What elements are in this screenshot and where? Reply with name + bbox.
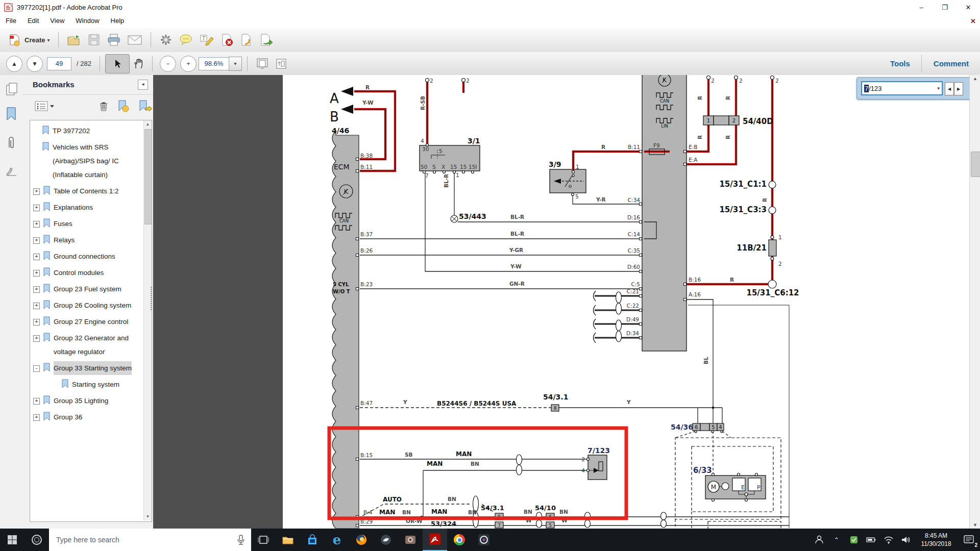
- hand-tool-button[interactable]: [130, 55, 147, 73]
- zoom-dropdown-button[interactable]: ▾: [229, 57, 242, 71]
- bookmark-expander[interactable]: +: [33, 188, 40, 195]
- bookmark-expander[interactable]: +: [33, 303, 40, 309]
- fit-page-button[interactable]: [272, 55, 290, 73]
- bookmark-item[interactable]: +Table of Contents 1:2: [30, 184, 141, 200]
- comment-bubble-button[interactable]: [176, 31, 196, 49]
- bookmark-item[interactable]: +Explanations: [30, 200, 141, 216]
- zoom-level-input[interactable]: 98.6%: [199, 57, 229, 70]
- bookmark-item[interactable]: -Group 33 Starting system: [30, 361, 141, 377]
- bookmark-item[interactable]: +Ground connections: [30, 249, 141, 265]
- select-tool-button[interactable]: [105, 54, 130, 73]
- bookmark-item[interactable]: +Group 36: [30, 410, 141, 426]
- open-file-button[interactable]: [64, 31, 84, 49]
- volume-icon[interactable]: [897, 529, 915, 551]
- bookmark-item[interactable]: +Group 23 Fuel system: [30, 282, 141, 298]
- menu-file[interactable]: File: [0, 14, 22, 28]
- pinned-app-dark-circle-button[interactable]: [374, 529, 398, 551]
- attachments-icon[interactable]: [5, 135, 18, 148]
- pinned-app-brown-button[interactable]: [398, 529, 423, 551]
- scroll-up-icon[interactable]: ▲: [144, 120, 152, 128]
- bookmark-expander[interactable]: +: [33, 414, 40, 421]
- media-player-button[interactable]: [472, 529, 496, 551]
- bookmark-item[interactable]: +Control modules: [30, 265, 141, 282]
- bookmark-expander[interactable]: +: [33, 237, 40, 244]
- bookmark-expander[interactable]: -: [33, 365, 40, 372]
- bookmark-expander[interactable]: +: [33, 205, 40, 211]
- menu-edit[interactable]: Edit: [22, 14, 44, 28]
- maximize-button[interactable]: ❐: [933, 0, 957, 14]
- action-center-button[interactable]: 2: [958, 529, 980, 551]
- taskbar-clock[interactable]: 8:45 AM 11/30/2018: [915, 532, 958, 548]
- delete-page-button[interactable]: [217, 31, 237, 49]
- bookmark-item[interactable]: +Group 32 Generator and voltage regulato…: [30, 331, 141, 361]
- email-button[interactable]: [124, 31, 145, 49]
- firefox-button[interactable]: [349, 529, 374, 551]
- bookmarks-scrollbar[interactable]: ▲ ▼: [143, 120, 152, 520]
- find-input[interactable]: 7/123 ▾: [861, 81, 943, 95]
- bookmark-item[interactable]: Vehicles with SRS (Airbag)/SIPS bag/ IC …: [30, 140, 141, 184]
- bookmarks-scroll-thumb[interactable]: [144, 129, 152, 224]
- collapse-panel-button[interactable]: ◂: [138, 80, 148, 90]
- bookmark-expander[interactable]: +: [33, 335, 40, 342]
- microphone-icon[interactable]: [237, 534, 245, 547]
- scroll-up-icon[interactable]: ▲: [970, 76, 980, 81]
- sign-button[interactable]: T: [196, 31, 217, 49]
- bookmark-options-button[interactable]: [35, 99, 55, 113]
- bookmark-expander[interactable]: +: [33, 254, 40, 260]
- chrome-button[interactable]: [447, 529, 472, 551]
- bookmark-item[interactable]: +Group 27 Engine control: [30, 314, 141, 331]
- close-document-icon[interactable]: ✕: [970, 17, 976, 25]
- bookmark-item[interactable]: +Group 35 Lighting: [30, 393, 141, 410]
- green-status-icon[interactable]: [845, 529, 863, 551]
- acrobat-taskbar-button[interactable]: [423, 529, 447, 551]
- battery-icon[interactable]: [863, 529, 880, 551]
- bookmark-goto-button[interactable]: [138, 99, 151, 113]
- file-explorer-button[interactable]: [276, 529, 300, 551]
- people-icon[interactable]: [811, 529, 828, 551]
- zoom-in-button[interactable]: +: [180, 56, 197, 72]
- scroll-down-icon[interactable]: ▼: [144, 513, 152, 520]
- comment-button[interactable]: Comment: [934, 59, 969, 68]
- save-button[interactable]: [84, 31, 104, 49]
- minimize-button[interactable]: –: [910, 0, 933, 14]
- cortana-button[interactable]: [24, 529, 49, 551]
- find-next-button[interactable]: ▶: [954, 82, 963, 95]
- bookmark-expander[interactable]: +: [33, 286, 40, 293]
- bookmark-expander[interactable]: +: [33, 398, 40, 405]
- menu-window[interactable]: Window: [70, 14, 105, 28]
- bookmarks-panel-icon[interactable]: [5, 107, 18, 120]
- store-button[interactable]: [300, 529, 325, 551]
- document-scrollbar[interactable]: ▲ ▼: [969, 75, 980, 529]
- start-button[interactable]: [0, 529, 24, 551]
- bookmark-item[interactable]: +Group 26 Cooling system: [30, 298, 141, 314]
- bookmark-item[interactable]: Starting system: [30, 377, 141, 393]
- show-hidden-icons-chevron[interactable]: ⌃: [828, 529, 845, 551]
- bookmark-item[interactable]: +Relays: [30, 233, 141, 249]
- settings-button[interactable]: [156, 31, 176, 49]
- next-page-button[interactable]: ▼: [27, 56, 43, 72]
- task-view-button[interactable]: [251, 529, 276, 551]
- page-thumbnails-icon[interactable]: [5, 82, 18, 95]
- new-bookmark-button[interactable]: [116, 99, 130, 113]
- taskbar-search-box[interactable]: Type here to search: [49, 529, 251, 551]
- page-number-input[interactable]: 49: [47, 57, 71, 70]
- scrolling-mode-button[interactable]: [253, 55, 272, 73]
- bookmark-item[interactable]: +Fuses: [30, 216, 141, 233]
- signatures-icon[interactable]: [5, 163, 18, 176]
- menu-help[interactable]: Help: [105, 14, 130, 28]
- send-file-button[interactable]: [256, 31, 276, 49]
- wifi-icon[interactable]: [880, 529, 897, 551]
- bookmark-expander[interactable]: +: [33, 319, 40, 325]
- bookmark-expander[interactable]: +: [33, 270, 40, 277]
- delete-bookmark-button[interactable]: [97, 99, 110, 113]
- print-button[interactable]: [104, 31, 124, 49]
- close-button[interactable]: ✕: [957, 0, 980, 14]
- menu-view[interactable]: View: [44, 14, 70, 28]
- tools-button[interactable]: Tools: [890, 59, 910, 68]
- scroll-down-icon[interactable]: ▼: [970, 522, 980, 528]
- document-scroll-thumb[interactable]: [971, 152, 980, 177]
- zoom-out-button[interactable]: −: [160, 56, 176, 72]
- bookmark-expander[interactable]: +: [33, 221, 40, 228]
- bookmark-item[interactable]: TP 3977202: [30, 123, 141, 140]
- find-previous-button[interactable]: ◀: [945, 82, 954, 95]
